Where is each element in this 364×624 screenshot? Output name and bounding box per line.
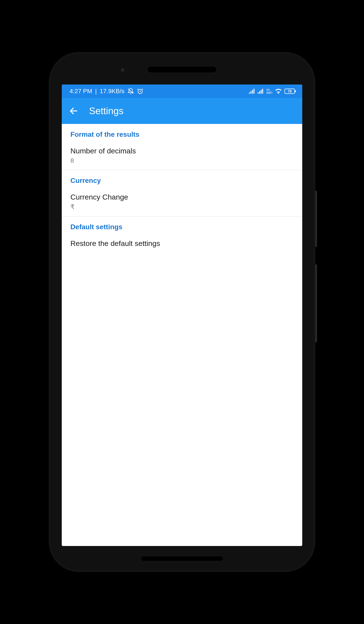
app-bar: Settings [62, 98, 302, 124]
setting-currency-change[interactable]: Currency Change ₹ [62, 188, 302, 210]
signal-2-icon [258, 89, 264, 94]
svg-rect-4 [252, 90, 253, 94]
phone-bottom-speaker [141, 556, 223, 561]
setting-value: 8 [70, 157, 294, 164]
status-time: 4:27 PM [70, 88, 92, 95]
battery-icon: 78 [285, 88, 296, 94]
svg-rect-3 [251, 91, 251, 94]
section-currency: Currency Currency Change ₹ [62, 170, 302, 216]
svg-rect-2 [249, 93, 250, 94]
section-header-format: Format of the results [62, 124, 302, 142]
status-separator: | [95, 88, 97, 95]
back-button[interactable] [68, 105, 79, 117]
svg-rect-9 [262, 89, 263, 94]
setting-title: Restore the default settings [70, 239, 294, 248]
wifi-icon [275, 88, 282, 94]
section-format: Format of the results Number of decimals… [62, 124, 302, 170]
alarm-icon [137, 88, 143, 95]
setting-restore-defaults[interactable]: Restore the default settings [62, 234, 302, 248]
dnd-off-icon [127, 88, 134, 95]
settings-content: Format of the results Number of decimals… [62, 124, 302, 546]
svg-rect-6 [258, 93, 259, 94]
section-header-defaults: Default settings [62, 216, 302, 234]
page-title: Settings [89, 105, 124, 116]
battery-level-text: 78 [288, 89, 292, 93]
phone-volume-button [315, 191, 317, 247]
svg-rect-11 [295, 90, 296, 92]
section-defaults: Default settings Restore the default set… [62, 216, 302, 255]
phone-device-frame: 4:27 PM | 17.9KB/s [49, 52, 315, 572]
setting-value: ₹ [70, 203, 294, 210]
signal-1-icon [249, 89, 255, 94]
setting-title: Currency Change [70, 193, 294, 201]
section-header-currency: Currency [62, 170, 302, 188]
status-bar: 4:27 PM | 17.9KB/s [62, 84, 302, 98]
phone-earpiece [147, 66, 217, 73]
svg-rect-5 [254, 89, 254, 94]
status-net-speed: 17.9KB/s [100, 88, 125, 95]
svg-rect-7 [259, 91, 260, 94]
phone-front-camera [120, 68, 125, 72]
svg-rect-8 [261, 90, 261, 94]
setting-title: Number of decimals [70, 147, 294, 155]
vowifi-icon: Vo WiFi [266, 88, 272, 94]
screen: 4:27 PM | 17.9KB/s [62, 84, 302, 546]
status-left: 4:27 PM | 17.9KB/s [70, 88, 143, 95]
arrow-left-icon [69, 106, 78, 116]
phone-power-button [315, 264, 317, 342]
status-right: Vo WiFi 78 [249, 88, 296, 94]
setting-number-of-decimals[interactable]: Number of decimals 8 [62, 142, 302, 164]
